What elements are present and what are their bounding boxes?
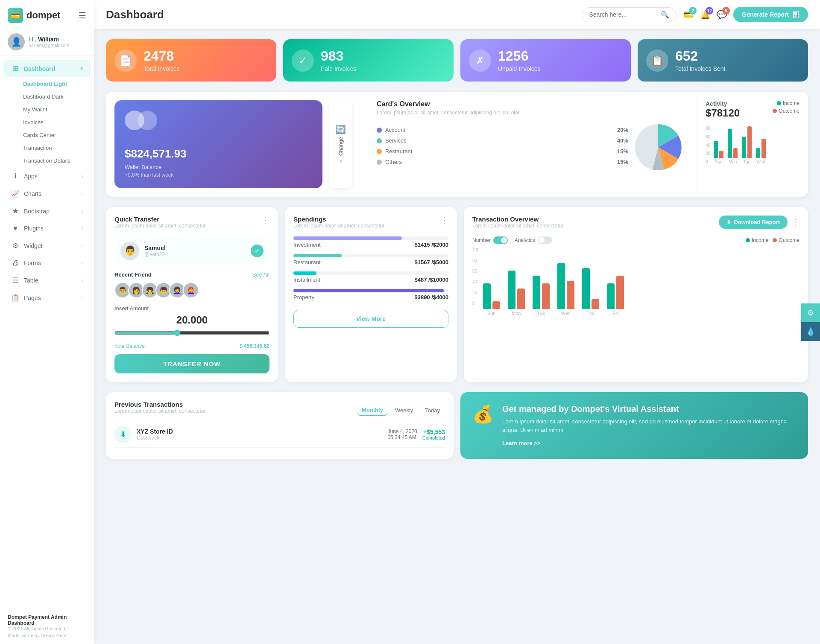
chevron-right-icon-table: › (81, 277, 83, 283)
legend-dot-outcome (773, 109, 777, 113)
big-bar-label-sun: Sun (487, 311, 496, 316)
tx-date: June 4, 2020 05:34:45 AM (387, 428, 417, 440)
spending-bar-fill-installment (293, 271, 316, 275)
spending-values-installment: $487 /$10000 (414, 277, 448, 283)
bootstrap-icon: ★ (11, 207, 20, 215)
chevron-right-icon-widget: › (81, 243, 83, 249)
tab-weekly[interactable]: Weekly (390, 405, 418, 416)
sidebar-sub-dashboard-dark[interactable]: Dashboard Dark (3, 90, 91, 103)
sidebar-item-forms[interactable]: 🖨 Forms › (3, 255, 91, 271)
bell-notification[interactable]: 🔔 12 (700, 9, 711, 20)
sidebar-label-dashboard: Dashboard (24, 65, 55, 72)
sidebar-sub-cards-center[interactable]: Cards Center (3, 129, 91, 141)
sidebar-item-bootstrap[interactable]: ★ Bootstrap › (3, 203, 91, 219)
sidebar-item-widget[interactable]: ⚙ Widget › (3, 237, 91, 254)
stat-card-total-invoices: 📄 2478 Total Invoices (106, 39, 276, 82)
tab-today[interactable]: Today (420, 405, 445, 416)
sidebar-sub-my-wallet[interactable]: My Wallet (3, 103, 91, 116)
prev-transactions-card: Previous Transactions Lorem ipsum dolor … (106, 392, 454, 459)
bar-pair-mon (728, 129, 738, 158)
middle-card: $824,571.93 Wallet Balance +0,8% than la… (106, 92, 808, 197)
view-more-button[interactable]: View More (293, 310, 448, 328)
stat-label-sent-invoices: Total Invoices Sent (675, 65, 726, 72)
sidebar-sub-transaction[interactable]: Transaction (3, 142, 91, 154)
selected-user-handle: @sam224 (144, 251, 168, 257)
tx-amount: +$5,553 (422, 428, 445, 435)
sidebar-item-apps[interactable]: ℹ Apps › (3, 168, 91, 184)
sidebar-label-pages: Pages (24, 294, 41, 301)
big-bar-outcome-thu (592, 299, 599, 309)
circle-right (138, 111, 157, 130)
spending-bar-fill-investment (293, 236, 402, 240)
generate-report-button[interactable]: Generate Report 📊 (733, 7, 808, 22)
big-bar-pair-tue (533, 276, 550, 309)
tx-name: XYZ Store ID (137, 428, 173, 435)
bar-group-sun: Sun (714, 141, 723, 164)
overview-row-account: Account 20% (377, 127, 628, 133)
plugins-icon: ♥ (11, 224, 20, 232)
logo-text: dompet (26, 10, 60, 21)
y-label-60: 60 (706, 134, 710, 139)
bar-outcome-sun (719, 151, 723, 158)
hamburger-icon[interactable]: ☰ (79, 10, 86, 20)
big-bar-income-tue (533, 276, 540, 309)
sidebar-nav: ⊞ Dashboard ▾ Dashboard Light Dashboard … (0, 56, 94, 608)
water-panel-button[interactable]: 💧 (801, 322, 820, 341)
legend-label-income-tx: Income (752, 237, 768, 243)
tx-menu[interactable]: ⋮ (792, 218, 800, 227)
search-box[interactable]: 🔍 (582, 7, 676, 22)
sidebar-item-plugins[interactable]: ♥ Plugins › (3, 220, 91, 236)
sidebar-sub-invoices[interactable]: Invoices (3, 116, 91, 128)
bar-pair-tue (742, 126, 752, 158)
transfer-now-button[interactable]: TRANSFER NOW (114, 354, 269, 373)
stat-icon-sent-invoices: 📋 (646, 50, 668, 72)
sidebar-item-pages[interactable]: 📋 Pages › (3, 289, 91, 306)
check-icon: ✓ (251, 245, 264, 257)
settings-panel-button[interactable]: ⚙ (801, 303, 820, 322)
stat-icon-unpaid-invoices: ✗ (469, 50, 491, 72)
quick-transfer-menu[interactable]: ⋮ (262, 216, 269, 225)
tx-type: Cashback (137, 435, 173, 441)
stat-value-paid-invoices: 983 (321, 49, 356, 64)
selected-user[interactable]: 👨 Samuel @sam224 ✓ (114, 236, 269, 265)
tx-time-value: 05:34:45 AM (387, 434, 417, 440)
recent-friend-label: Recent Friend (114, 271, 152, 278)
va-learn-more-link[interactable]: Learn more >> (502, 440, 541, 446)
spending-values-restaurant: $1567 /$5000 (414, 259, 448, 265)
sidebar-item-charts[interactable]: 📈 Charts › (3, 185, 91, 202)
search-input[interactable] (589, 11, 657, 18)
big-bar-pair-thu (582, 268, 599, 309)
wallet-balance: $824,571.93 (125, 147, 312, 160)
sidebar-item-table[interactable]: ☰ Table › (3, 272, 91, 288)
tab-monthly[interactable]: Monthly (357, 405, 388, 416)
big-bar-groups: Sun Mon (483, 248, 800, 316)
y-label-40: 40 (706, 143, 710, 148)
spending-label-restaurant: Restaurant (293, 259, 321, 265)
sidebar-sub-dashboard-light[interactable]: Dashboard Light (3, 78, 91, 90)
bar-label-tue: Tue (743, 160, 750, 164)
download-report-button[interactable]: ⬇ Download Report (719, 216, 788, 229)
see-all-link[interactable]: See All (252, 271, 269, 278)
sidebar-sub-transaction-details[interactable]: Transaction Details (3, 154, 91, 167)
topbar-icons: 💳 2 🔔 12 💬 5 Generate Report 📊 (683, 7, 808, 22)
spendings-menu[interactable]: ⋮ (441, 216, 448, 225)
sidebar-item-dashboard[interactable]: ⊞ Dashboard ▾ (3, 60, 91, 77)
toggle-number-switch[interactable] (493, 236, 508, 244)
activity-header: Activity $78120 Income Outcome (706, 100, 800, 122)
overview-pie-row: Account 20% Services 40% (377, 122, 688, 175)
bar-outcome-mon (733, 148, 738, 158)
virtual-assistant-card: 💰 Get managed by Dompet's Virtual Assist… (460, 392, 808, 459)
legend-dot-income-tx (746, 238, 750, 242)
tx-overview-header: Transaction Overview Lorem ipsum dolor s… (472, 216, 800, 235)
user-hi: Hi, (29, 36, 36, 43)
legend-outcome: Outcome (773, 108, 800, 114)
change-button[interactable]: 🔄 Change ▾ (329, 100, 352, 188)
spending-label-installment: Installment (293, 277, 320, 283)
friend-avatar-6[interactable]: 👩‍🦰 (183, 282, 199, 298)
amount-slider[interactable] (114, 329, 269, 336)
toggle-number: Number (472, 236, 508, 244)
toggle-analytics-switch[interactable] (538, 236, 552, 244)
chat-notification[interactable]: 💬 5 (717, 9, 727, 20)
bar-income-sun (714, 141, 718, 158)
wallet-notification[interactable]: 💳 2 (683, 9, 694, 20)
